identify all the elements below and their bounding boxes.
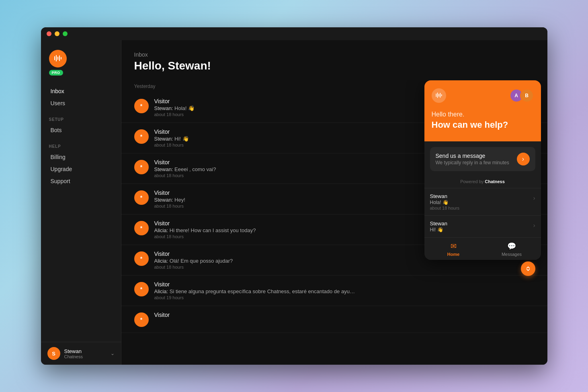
- tab-home[interactable]: ✉ Home: [424, 238, 483, 260]
- conv-body: Visitor Alicia: Si tiene alguna pregunta…: [154, 281, 535, 300]
- tab-messages[interactable]: 💬 Messages: [483, 238, 541, 260]
- widget-cta-text: Send us a message We typically reply in …: [436, 153, 509, 165]
- widget-conv-name: Stewan: [430, 193, 530, 199]
- sidebar-item-users[interactable]: Users: [47, 97, 115, 109]
- send-arrow-icon: ›: [517, 153, 530, 165]
- widget-cta-button[interactable]: Send us a message We typically reply in …: [430, 147, 535, 171]
- conv-body: Visitor: [154, 312, 535, 319]
- conv-name: Visitor: [154, 312, 535, 318]
- conv-avatar: *: [134, 129, 149, 144]
- widget-conv-info: Stewan Hola! 👋 about 18 hours: [430, 193, 530, 210]
- chat-widget: A B Hello there. How can we help?: [424, 80, 541, 268]
- widget-conversations: Stewan Hola! 👋 about 18 hours › Stewan H…: [424, 188, 541, 237]
- sidebar: PRO Inbox Users SETUP Bots HELP: [41, 40, 121, 365]
- chevron-down-icon: ⌄: [111, 351, 115, 356]
- svg-rect-5: [436, 94, 436, 97]
- svg-rect-1: [56, 55, 57, 61]
- conv-preview: Stewan: Hey!: [154, 197, 355, 203]
- sidebar-section-label-setup: SETUP: [47, 112, 115, 124]
- widget-body: Send us a message We typically reply in …: [424, 141, 541, 188]
- main-body: Yesterday * Visitor Stewan: Hola! 👋 abou…: [121, 80, 547, 365]
- conv-avatar: *: [134, 221, 149, 235]
- widget-conv-info: Stewan Hi! 👋: [430, 220, 530, 233]
- svg-rect-9: [441, 94, 442, 96]
- widget-conv-message: Hola! 👋: [430, 200, 530, 205]
- messages-tab-label: Messages: [502, 252, 522, 257]
- svg-rect-4: [61, 57, 61, 59]
- conv-avatar: *: [134, 190, 149, 205]
- conv-preview: Stewan: Hola! 👋: [154, 105, 355, 111]
- svg-rect-7: [438, 94, 439, 97]
- minimize-button[interactable]: [55, 31, 59, 36]
- svg-rect-6: [437, 93, 438, 98]
- widget-cta-title: Send us a message: [436, 153, 509, 159]
- pro-badge: PRO: [49, 70, 63, 76]
- main-content: PRO Inbox Users SETUP Bots HELP: [41, 40, 547, 365]
- widget-greeting: Hello there.: [432, 111, 534, 118]
- conv-preview: Alicia: Hi there! How can I assist you t…: [154, 227, 355, 233]
- app-window: PRO Inbox Users SETUP Bots HELP: [41, 27, 547, 365]
- svg-rect-0: [54, 56, 55, 60]
- user-avatar: S: [47, 347, 60, 360]
- agent-avatar-2: B: [520, 89, 534, 102]
- sidebar-item-upgrade[interactable]: Upgrade: [47, 163, 115, 175]
- user-name: Stewan: [64, 348, 107, 354]
- conv-avatar: *: [134, 160, 149, 174]
- conv-preview: Stewan: Hi! 👋: [154, 136, 355, 142]
- messages-tab-icon: 💬: [507, 242, 516, 251]
- sidebar-item-bots[interactable]: Bots: [47, 124, 115, 136]
- sidebar-section-main: Inbox Users: [41, 85, 121, 109]
- widget-container: A B Hello there. How can we help?: [424, 80, 541, 260]
- conv-preview: Alicia: Olá! Em que posso ajudar?: [154, 258, 355, 264]
- conv-preview: Alicia: Si tiene alguna pregunta específ…: [154, 288, 355, 294]
- widget-cta-sub: We typically reply in a few minutes: [436, 160, 509, 165]
- widget-conv-time: about 18 hours: [430, 206, 530, 210]
- sidebar-item-inbox[interactable]: Inbox: [47, 85, 115, 97]
- user-company: Chatness: [64, 354, 107, 359]
- conversation-item[interactable]: * Visitor Alicia: Si tiene alguna pregun…: [121, 276, 547, 306]
- widget-conv-name: Stewan: [430, 220, 530, 227]
- widget-tabs: ✉ Home 💬 Messages: [424, 237, 541, 260]
- widget-expand-button[interactable]: [521, 261, 535, 276]
- sidebar-logo-area: PRO: [41, 47, 121, 85]
- app-logo-icon: [49, 50, 67, 67]
- user-info: Stewan Chatness: [64, 348, 107, 359]
- maximize-button[interactable]: [63, 31, 68, 36]
- conv-avatar: *: [134, 99, 149, 113]
- main-header: Inbox Hello, Stewan!: [121, 40, 547, 80]
- widget-conv-item[interactable]: Stewan Hi! 👋 ›: [424, 215, 541, 237]
- svg-rect-2: [57, 57, 58, 60]
- conv-avatar: *: [134, 251, 149, 266]
- conversation-item[interactable]: * Visitor: [121, 306, 547, 333]
- sidebar-section-label-help: HELP: [47, 139, 115, 151]
- home-tab-icon: ✉: [451, 242, 457, 251]
- widget-heading: How can we help?: [432, 120, 534, 130]
- sidebar-section-setup: SETUP Bots: [41, 112, 121, 136]
- svg-rect-3: [59, 55, 60, 61]
- widget-logo-icon: [432, 88, 446, 103]
- conv-avatar: *: [134, 312, 149, 327]
- conv-time: about 19 hours: [154, 295, 535, 300]
- sidebar-item-billing[interactable]: Billing: [47, 151, 115, 163]
- close-button[interactable]: [47, 31, 51, 36]
- sidebar-section-help: HELP Billing Upgrade Support: [41, 139, 121, 187]
- home-tab-label: Home: [447, 252, 460, 257]
- titlebar: [41, 27, 547, 40]
- chevron-right-icon: ›: [533, 195, 535, 201]
- conv-name: Visitor: [154, 281, 535, 288]
- conv-avatar: *: [134, 282, 149, 296]
- widget-header: A B Hello there. How can we help?: [424, 80, 541, 141]
- widget-conv-message: Hi! 👋: [430, 227, 530, 233]
- conv-preview: Stewan: Eeeei , como vai?: [154, 166, 355, 172]
- page-title: Hello, Stewan!: [134, 59, 535, 72]
- inbox-label: Inbox: [134, 51, 535, 58]
- widget-agents: A B: [510, 89, 534, 102]
- powered-by: Powered by Chatness: [430, 176, 535, 188]
- widget-conv-item[interactable]: Stewan Hola! 👋 about 18 hours ›: [424, 188, 541, 215]
- widget-header-top: A B: [432, 88, 534, 103]
- chevron-right-icon: ›: [533, 222, 535, 229]
- sidebar-item-support[interactable]: Support: [47, 175, 115, 187]
- user-profile-button[interactable]: S Stewan Chatness ⌄: [41, 342, 121, 365]
- svg-rect-8: [440, 93, 440, 98]
- main-panel: Inbox Hello, Stewan! Yesterday * Visitor…: [121, 40, 547, 365]
